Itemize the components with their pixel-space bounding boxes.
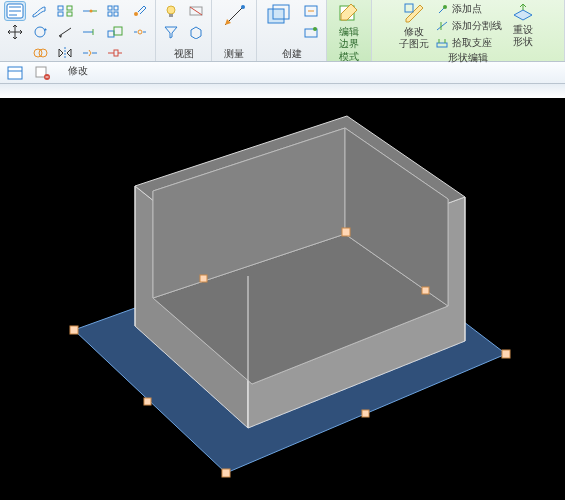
measure-button[interactable] bbox=[216, 1, 252, 31]
toolbar-separator bbox=[0, 84, 565, 98]
svg-rect-42 bbox=[422, 287, 429, 294]
filter-icon[interactable] bbox=[160, 22, 182, 42]
panel-shape-edit-title: 形状编辑 bbox=[448, 51, 488, 65]
svg-rect-10 bbox=[114, 6, 118, 10]
pick-supports-button[interactable]: 拾取支座 bbox=[435, 36, 502, 50]
create-sub1-icon[interactable] bbox=[300, 1, 322, 21]
panel-measure-title: 测量 bbox=[224, 47, 244, 61]
svg-rect-28 bbox=[405, 4, 413, 12]
svg-rect-20 bbox=[190, 7, 202, 15]
panel-modify-title: 修改 bbox=[68, 64, 88, 78]
edit-boundary-label-1: 编辑 bbox=[339, 26, 359, 37]
modify-sub-button[interactable]: 修改 子图元 bbox=[396, 1, 432, 49]
svg-rect-0 bbox=[7, 4, 23, 18]
svg-rect-25 bbox=[305, 29, 317, 37]
svg-rect-43 bbox=[362, 410, 369, 417]
move-tool-button[interactable] bbox=[4, 22, 26, 42]
svg-rect-30 bbox=[437, 43, 447, 47]
reset-shape-button[interactable]: 重设 形状 bbox=[505, 1, 541, 47]
svg-rect-44 bbox=[144, 398, 151, 405]
array-tool-button[interactable] bbox=[104, 1, 126, 21]
bulb-icon[interactable] bbox=[160, 1, 182, 21]
panel-measure: 测量 bbox=[212, 0, 257, 61]
add-point-label: 添加点 bbox=[452, 2, 482, 16]
svg-rect-7 bbox=[67, 12, 72, 16]
panel-modify: 修改 bbox=[0, 0, 156, 61]
rotate-tool-button[interactable] bbox=[29, 22, 51, 42]
section-box-icon[interactable] bbox=[185, 22, 207, 42]
svg-rect-6 bbox=[58, 12, 63, 16]
svg-rect-37 bbox=[70, 326, 78, 334]
scale-tool-button[interactable] bbox=[104, 22, 126, 42]
hide-icon[interactable] bbox=[185, 1, 207, 21]
unpin-tool-button[interactable] bbox=[129, 22, 151, 42]
add-split-line-button[interactable]: 添加分割线 bbox=[435, 19, 502, 33]
viewport-3d[interactable] bbox=[0, 98, 565, 500]
pick-supports-label: 拾取支座 bbox=[452, 36, 492, 50]
panel-create-title: 创建 bbox=[282, 47, 302, 61]
svg-rect-40 bbox=[222, 469, 230, 477]
add-point-button[interactable]: 添加点 bbox=[435, 2, 502, 16]
mirror-tool-button[interactable] bbox=[54, 43, 76, 63]
svg-rect-39 bbox=[502, 350, 510, 358]
panel-view: 视图 bbox=[156, 0, 212, 61]
pin-tool-button[interactable] bbox=[104, 43, 126, 63]
demolish-tool-button[interactable] bbox=[129, 1, 151, 21]
edit-boundary-button[interactable]: 编辑 边界 bbox=[331, 1, 367, 49]
svg-rect-38 bbox=[342, 228, 350, 236]
svg-rect-19 bbox=[169, 14, 173, 17]
svg-point-33 bbox=[44, 74, 50, 80]
svg-rect-22 bbox=[268, 9, 284, 23]
svg-rect-13 bbox=[108, 31, 114, 37]
ribbon: 修改 视图 bbox=[0, 0, 565, 62]
svg-point-21 bbox=[241, 5, 245, 9]
svg-rect-32 bbox=[36, 67, 46, 77]
reset-shape-label-1: 重设 bbox=[513, 24, 533, 35]
scene-svg bbox=[0, 98, 565, 500]
svg-point-26 bbox=[313, 27, 317, 31]
edit-boundary-label-2: 边界 bbox=[339, 38, 359, 49]
svg-point-3 bbox=[39, 49, 47, 57]
svg-point-18 bbox=[167, 6, 175, 14]
filter-delete-icon[interactable] bbox=[32, 64, 54, 82]
svg-point-29 bbox=[443, 5, 447, 9]
panel-create: 创建 bbox=[257, 0, 327, 61]
create-button[interactable] bbox=[261, 1, 297, 31]
svg-rect-11 bbox=[108, 12, 112, 16]
svg-rect-5 bbox=[67, 6, 72, 10]
panel-shape-edit: 修改 子图元 添加点 添加分割线 拾取支座 重设 bbox=[372, 0, 565, 61]
modify-sub-label-2: 子图元 bbox=[399, 38, 429, 49]
svg-rect-4 bbox=[58, 6, 63, 10]
copy-tool-button[interactable] bbox=[29, 43, 51, 63]
svg-rect-14 bbox=[114, 27, 122, 35]
modify-sub-label-1: 修改 bbox=[404, 26, 424, 37]
cope-tool-button[interactable] bbox=[29, 1, 51, 21]
svg-point-1 bbox=[35, 27, 45, 37]
split-tool-button[interactable] bbox=[79, 43, 101, 63]
svg-point-17 bbox=[138, 30, 142, 34]
panel-mode: 编辑 边界 模式 bbox=[327, 0, 372, 61]
svg-rect-9 bbox=[108, 6, 112, 10]
svg-point-2 bbox=[34, 49, 42, 57]
svg-point-16 bbox=[134, 12, 138, 16]
svg-rect-41 bbox=[200, 275, 207, 282]
svg-rect-31 bbox=[8, 67, 22, 79]
trim-tool-button[interactable] bbox=[79, 1, 101, 21]
panel-view-title: 视图 bbox=[174, 47, 194, 61]
panel-mode-title: 模式 bbox=[339, 50, 359, 64]
modify-tool-button[interactable] bbox=[4, 1, 26, 21]
align-tool-button[interactable] bbox=[54, 1, 76, 21]
svg-rect-24 bbox=[305, 6, 317, 16]
reset-shape-label-2: 形状 bbox=[513, 36, 533, 47]
svg-rect-15 bbox=[114, 50, 118, 56]
svg-point-8 bbox=[90, 10, 93, 13]
offset-tool-button[interactable] bbox=[54, 22, 76, 42]
svg-rect-12 bbox=[114, 12, 118, 16]
properties-icon[interactable] bbox=[4, 64, 26, 82]
extend-tool-button[interactable] bbox=[79, 22, 101, 42]
add-split-label: 添加分割线 bbox=[452, 19, 502, 33]
create-sub2-icon[interactable] bbox=[300, 22, 322, 42]
